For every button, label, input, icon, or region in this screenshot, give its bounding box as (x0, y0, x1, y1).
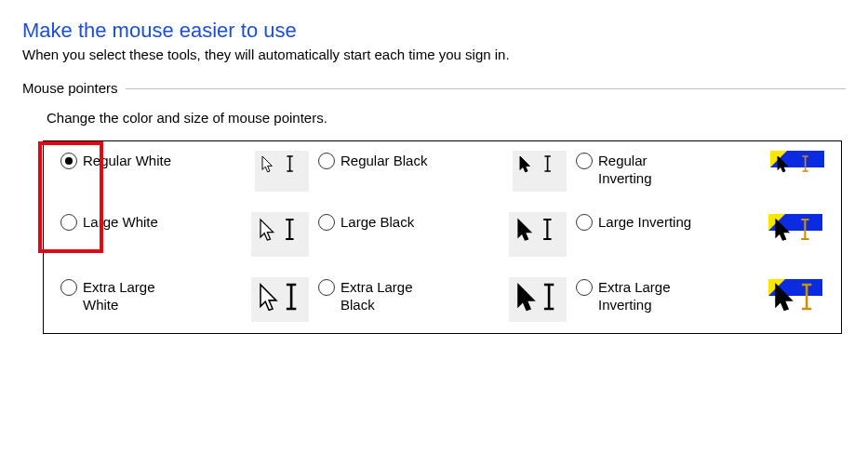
cursor-preview-icon (251, 212, 309, 257)
option-label: Extra Large Black (341, 277, 443, 314)
pointer-option-large-white[interactable]: Large White (60, 212, 309, 257)
pointer-option-xl-invert[interactable]: Extra Large Inverting (576, 277, 824, 322)
option-label: Large White (83, 212, 158, 231)
cursor-preview-icon (767, 212, 824, 257)
cursor-preview-icon (767, 277, 824, 322)
cursor-preview-icon (509, 212, 567, 257)
radio-xl-white[interactable] (60, 279, 77, 296)
pointer-option-regular-white[interactable]: Regular White (60, 151, 309, 192)
mouse-pointers-group: Mouse pointers Change the color and size… (22, 88, 846, 334)
radio-regular-white[interactable] (60, 153, 77, 169)
radio-large-black[interactable] (318, 214, 335, 231)
option-label: Regular Inverting (598, 151, 701, 187)
cursor-preview-icon (770, 151, 824, 192)
pointer-option-xl-white[interactable]: Extra Large White (60, 277, 309, 322)
cursor-preview-icon (255, 151, 309, 192)
pointer-option-large-invert[interactable]: Large Inverting (576, 212, 824, 257)
pointer-options-box: Regular White Regular Black Regular Inve… (43, 140, 842, 334)
option-label: Regular Black (341, 151, 427, 169)
option-label: Extra Large White (83, 277, 185, 314)
radio-large-invert[interactable] (576, 214, 593, 231)
cursor-preview-icon (251, 277, 309, 322)
cursor-preview-icon (513, 151, 567, 192)
page-subtitle: When you select these tools, they will a… (22, 47, 846, 62)
page-title: Make the mouse easier to use (22, 19, 846, 43)
cursor-preview-icon (509, 277, 567, 322)
radio-regular-black[interactable] (318, 153, 335, 169)
pointer-option-regular-invert[interactable]: Regular Inverting (576, 151, 824, 192)
radio-xl-black[interactable] (318, 279, 335, 296)
option-label: Extra Large Inverting (598, 277, 701, 314)
option-label: Large Inverting (598, 212, 691, 231)
option-label: Regular White (83, 151, 171, 169)
pointer-option-xl-black[interactable]: Extra Large Black (318, 277, 567, 322)
pointer-option-regular-black[interactable]: Regular Black (318, 151, 567, 192)
option-label: Large Black (341, 212, 414, 231)
pointer-option-large-black[interactable]: Large Black (318, 212, 567, 257)
radio-regular-invert[interactable] (576, 153, 593, 169)
group-legend: Mouse pointers (22, 80, 126, 96)
radio-large-white[interactable] (60, 214, 77, 231)
group-hint: Change the color and size of mouse point… (47, 110, 846, 126)
radio-xl-invert[interactable] (576, 279, 593, 296)
